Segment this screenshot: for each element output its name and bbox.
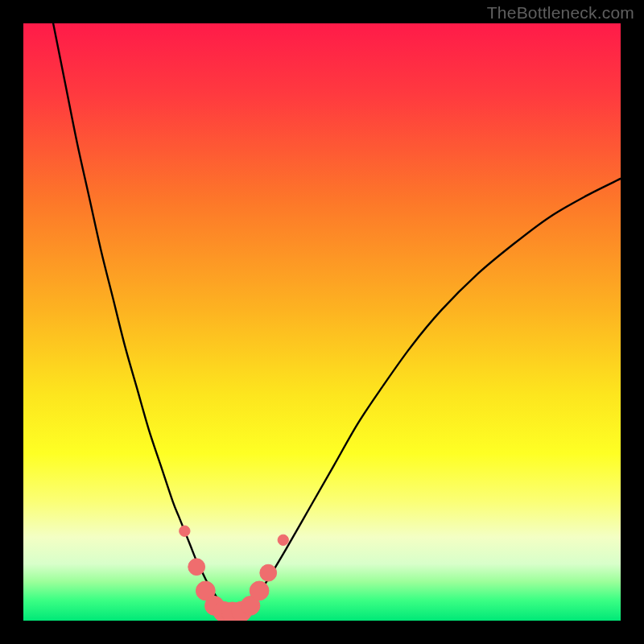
marker-point [250, 581, 269, 601]
trough-markers [180, 526, 289, 621]
marker-point [180, 526, 190, 536]
marker-point [278, 535, 288, 545]
plot-area [23, 23, 621, 621]
watermark-text: TheBottleneck.com [487, 3, 634, 23]
bottleneck-curve [53, 23, 621, 613]
marker-point [188, 559, 205, 576]
outer-frame: TheBottleneck.com [0, 0, 644, 644]
chart-layer [23, 23, 621, 621]
marker-point [260, 564, 277, 581]
